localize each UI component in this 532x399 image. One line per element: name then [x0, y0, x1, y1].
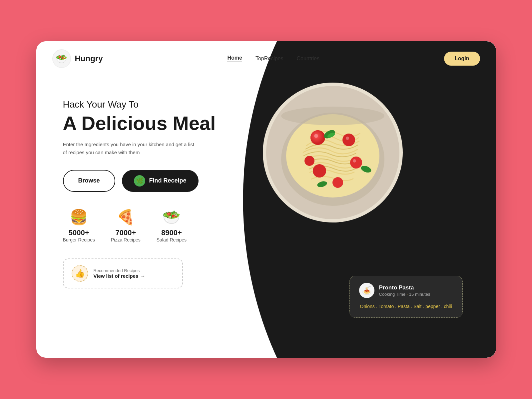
logo-text: Hungry	[75, 54, 103, 63]
hero-subtitle: Hack Your Way To	[63, 99, 236, 110]
svg-point-12	[353, 159, 356, 163]
stat-pizza: 🍕 7000+ Pizza Recipes	[111, 208, 141, 242]
salad-icon: 🥗	[162, 208, 181, 226]
burger-count: 5000+	[69, 228, 89, 237]
svg-point-9	[304, 156, 314, 166]
button-row: Browse 🌿 Find Receipe	[63, 170, 236, 192]
pasta-svg	[266, 86, 399, 219]
svg-point-7	[313, 164, 326, 178]
stat-burger: 🍔 5000+ Burger Recipes	[63, 208, 95, 242]
app-container: 🥗 Hungry Home TopRecipes Countries Login…	[36, 41, 496, 358]
salad-count: 8900+	[161, 228, 182, 237]
right-section: 🍝 Pronto Pasta Cooking Time · 15 minutes…	[236, 89, 469, 344]
logo-area: 🥗 Hungry	[52, 49, 103, 68]
svg-point-8	[332, 177, 343, 188]
stat-salad: 🥗 8900+ Salad Recipes	[157, 208, 187, 242]
svg-point-11	[346, 137, 349, 140]
recipe-card-header: 🍝 Pronto Pasta Cooking Time · 15 minutes	[359, 283, 453, 298]
nav-countries[interactable]: Countries	[297, 56, 319, 62]
recommended-icon: 👍	[72, 265, 88, 282]
pizza-icon: 🍕	[117, 208, 135, 226]
svg-point-17	[281, 107, 384, 125]
login-button[interactable]: Login	[444, 52, 480, 66]
main-nav: Home TopRecipes Countries	[227, 55, 319, 62]
burger-icon: 🍔	[70, 208, 88, 226]
recipe-thumbnail: 🍝	[359, 283, 374, 298]
food-image	[263, 83, 403, 222]
header: 🥗 Hungry Home TopRecipes Countries Login	[36, 41, 496, 76]
recipe-time: Cooking Time · 15 minutes	[379, 292, 430, 297]
hero-description: Enter the Ingredients you have in your k…	[63, 141, 196, 157]
hero-title: A Delicious Meal	[63, 113, 236, 134]
recipe-card: 🍝 Pronto Pasta Cooking Time · 15 minutes…	[349, 276, 463, 318]
logo-icon: 🥗	[52, 49, 71, 68]
burger-label: Burger Recipes	[63, 237, 95, 242]
find-recipe-icon: 🌿	[134, 175, 145, 187]
svg-point-2	[286, 114, 379, 198]
pizza-label: Pizza Recipes	[111, 237, 141, 242]
recommended-title: Recommended Recipes	[94, 268, 146, 273]
svg-point-5	[342, 134, 355, 146]
svg-point-6	[350, 157, 362, 169]
browse-button[interactable]: Browse	[63, 170, 115, 192]
recipe-card-info: Pronto Pasta Cooking Time · 15 minutes	[379, 284, 430, 297]
main-content: Hack Your Way To A Delicious Meal Enter …	[36, 76, 496, 358]
stats-row: 🍔 5000+ Burger Recipes 🍕 7000+ Pizza Rec…	[63, 208, 236, 242]
salad-label: Salad Recipes	[157, 237, 187, 242]
nav-top-recipes[interactable]: TopRecipes	[256, 56, 283, 62]
nav-home[interactable]: Home	[227, 55, 242, 62]
pizza-count: 7000+	[115, 228, 136, 237]
svg-point-10	[314, 134, 318, 138]
recipe-name: Pronto Pasta	[379, 284, 430, 291]
left-section: Hack Your Way To A Delicious Meal Enter …	[63, 89, 236, 344]
recommended-link[interactable]: View list of recipes →	[94, 273, 146, 279]
find-recipe-button[interactable]: 🌿 Find Receipe	[122, 170, 199, 192]
recommended-box[interactable]: 👍 Recommended Recipes View list of recip…	[63, 258, 183, 288]
recommended-text-area: Recommended Recipes View list of recipes…	[94, 268, 146, 279]
recipe-ingredients: Onions . Tomato . Pasta . Salt . pepper …	[359, 303, 453, 311]
svg-point-4	[310, 130, 325, 145]
